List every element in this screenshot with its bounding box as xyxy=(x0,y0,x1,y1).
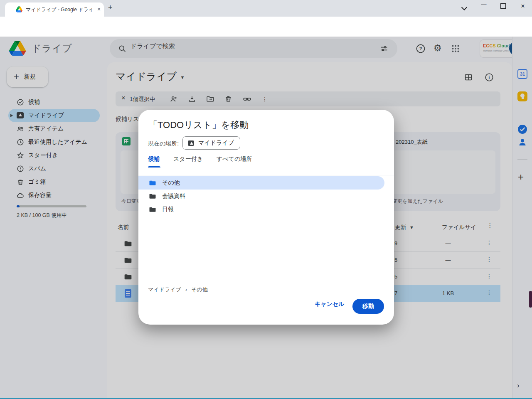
tab-title: マイドライブ - Google ドライブ xyxy=(26,6,92,13)
drive-favicon xyxy=(16,6,22,12)
folder-icon xyxy=(149,192,156,200)
scrollbar-thumb[interactable] xyxy=(529,291,532,308)
browser-titlebar: マイドライブ - Google ドライブ × + — × xyxy=(0,0,532,17)
new-tab-button[interactable]: + xyxy=(108,3,113,12)
my-drive-icon xyxy=(188,140,194,146)
folder-icon xyxy=(149,179,156,187)
current-location-chip[interactable]: マイドライブ xyxy=(182,136,240,150)
current-location-label: 現在の場所: xyxy=(148,140,179,148)
browser-tab[interactable]: マイドライブ - Google ドライブ × xyxy=(5,2,104,17)
breadcrumb-chevron-icon: › xyxy=(185,286,187,293)
minimize-button[interactable]: — xyxy=(479,1,489,7)
tab-search-icon[interactable] xyxy=(462,5,466,10)
dialog-folder-row-selected[interactable]: その他 xyxy=(138,176,384,190)
dialog-breadcrumb: マイドライブ›その他 xyxy=(148,286,208,293)
maximize-button[interactable] xyxy=(500,3,506,9)
dialog-divider xyxy=(138,175,394,175)
tab-close-icon[interactable]: × xyxy=(97,6,101,12)
move-button[interactable]: 移動 xyxy=(352,299,384,314)
dialog-folder-row[interactable]: 日報 xyxy=(138,203,384,216)
folder-icon xyxy=(149,206,156,213)
active-tab-underline xyxy=(148,166,160,167)
breadcrumb-current[interactable]: その他 xyxy=(191,286,208,293)
dialog-tab-suggested[interactable]: 候補 xyxy=(148,155,160,163)
cancel-button[interactable]: キャンセル xyxy=(315,300,345,308)
dialog-tab-all-locations[interactable]: すべての場所 xyxy=(217,155,252,163)
close-button[interactable]: × xyxy=(518,2,528,10)
dialog-title: 「TODOリスト」を移動 xyxy=(148,119,249,131)
browser-window: マイドライブ - Google ドライブ × + — × ← → ⟳ drive… xyxy=(0,0,532,399)
move-dialog: 「TODOリスト」を移動 現在の場所: マイドライブ 候補 スター付き すべての… xyxy=(138,110,394,325)
dialog-tab-starred[interactable]: スター付き xyxy=(173,155,203,163)
browser-toolbar: ← → ⟳ drive.google.com/drive/my-drive ☆ … xyxy=(0,17,532,37)
breadcrumb-root[interactable]: マイドライブ xyxy=(148,286,181,293)
dialog-folder-row[interactable]: 会議資料 xyxy=(138,190,384,203)
